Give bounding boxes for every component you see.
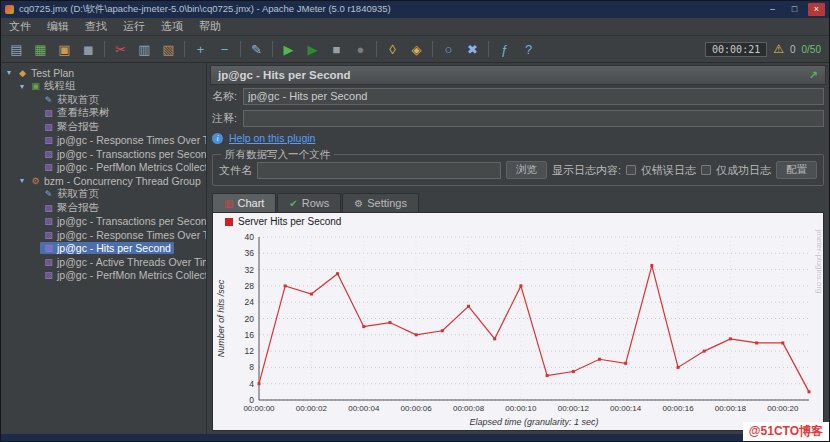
tree-item-label: 线程组 bbox=[44, 79, 76, 93]
svg-text:00:00:12: 00:00:12 bbox=[558, 404, 590, 413]
tree-item-content[interactable]: ▨jp@gc - PerfMon Metrics Collector bbox=[40, 269, 207, 281]
tree-item[interactable]: ▨jp@gc - Response Times Over Time bbox=[1, 134, 206, 148]
tree-item[interactable]: ▨jp@gc - PerfMon Metrics Collector bbox=[1, 161, 206, 175]
tree-item[interactable]: ✎获取首页 bbox=[1, 93, 206, 107]
collapse-handle-icon[interactable]: ▾ bbox=[17, 176, 27, 185]
http-request-icon: ✎ bbox=[43, 95, 54, 105]
menu-item[interactable]: 运行 bbox=[123, 19, 145, 34]
success-only-checkbox[interactable] bbox=[701, 165, 711, 175]
tree-item-label: jp@gc - Active Threads Over Time bbox=[57, 256, 207, 268]
function-helper-icon[interactable]: ƒ bbox=[493, 39, 516, 60]
tree-item-content[interactable]: ✎获取首页 bbox=[40, 187, 102, 201]
name-input[interactable] bbox=[243, 88, 824, 105]
tree-item[interactable]: ▨查看结果树 bbox=[1, 107, 206, 121]
cto-watermark: @51CTO博客 bbox=[743, 422, 829, 441]
open-icon[interactable]: ▣ bbox=[53, 39, 76, 60]
tree-item[interactable]: ▾▣线程组 bbox=[1, 80, 206, 94]
listener-icon: ▨ bbox=[43, 230, 54, 240]
tree-item-content[interactable]: ▣线程组 bbox=[27, 79, 79, 93]
errors-only-checkbox[interactable] bbox=[626, 165, 636, 175]
toolbar: ▤▦▣◼✂▥▧+−✎▶▶■●◊◈○✖ƒ? 00:00:21 ⚠ 0 0/50 bbox=[1, 36, 829, 63]
comment-input[interactable] bbox=[243, 110, 824, 127]
tree-item[interactable]: ▨聚合报告 bbox=[1, 201, 206, 215]
remove-icon[interactable]: − bbox=[213, 39, 236, 60]
collapse-handle-icon[interactable]: ▾ bbox=[4, 68, 14, 77]
menu-item[interactable]: 编辑 bbox=[47, 19, 69, 34]
tree-item-content[interactable]: ▨聚合报告 bbox=[40, 201, 102, 215]
close-button[interactable]: × bbox=[808, 3, 825, 16]
tree-item-content[interactable]: ▨jp@gc - Hits per Second bbox=[40, 242, 174, 254]
tree-item-label: jp@gc - Transactions per Second bbox=[57, 148, 207, 160]
add-icon[interactable]: + bbox=[189, 39, 212, 60]
menu-item[interactable]: 查找 bbox=[85, 19, 107, 34]
menu-item[interactable]: 选项 bbox=[161, 19, 183, 34]
main-panel: jp@gc - Hits per Second ↗ 名称: 注释: i Help… bbox=[207, 63, 829, 434]
clear-icon[interactable]: ◊ bbox=[381, 39, 404, 60]
tree-item-content[interactable]: ▨jp@gc - Response Times Over Time bbox=[40, 229, 207, 241]
tree-item-content[interactable]: ▨jp@gc - PerfMon Metrics Collector bbox=[40, 161, 207, 173]
tree-item-label: 获取首页 bbox=[57, 93, 99, 107]
tree-item[interactable]: ▾◆Test Plan bbox=[1, 66, 206, 80]
listener-icon: ▨ bbox=[43, 216, 54, 226]
search-icon[interactable]: ○ bbox=[437, 39, 460, 60]
tree-item-content[interactable]: ⚙bzm - Concurrency Thread Group bbox=[27, 175, 204, 187]
minimize-button[interactable]: – bbox=[764, 3, 781, 16]
maximize-panel-icon[interactable]: ↗ bbox=[809, 69, 818, 82]
tree-item[interactable]: ▨jp@gc - Hits per Second bbox=[1, 242, 206, 256]
stop-icon[interactable]: ■ bbox=[325, 39, 348, 60]
new-file-icon[interactable]: ▤ bbox=[5, 39, 28, 60]
log-warning-icon[interactable]: ⚠ bbox=[773, 42, 784, 56]
collapse-handle-icon[interactable]: ▾ bbox=[17, 82, 27, 91]
menu-item[interactable]: 文件 bbox=[9, 19, 31, 34]
tab-rows[interactable]: ✔Rows bbox=[277, 193, 341, 212]
tree-item-content[interactable]: ▨jp@gc - Response Times Over Time bbox=[40, 134, 207, 146]
configure-button[interactable]: 配置 bbox=[776, 161, 817, 179]
tree-item-content[interactable]: ▨聚合报告 bbox=[40, 120, 102, 134]
tree-item[interactable]: ▨聚合报告 bbox=[1, 120, 206, 134]
tab-label: Rows bbox=[302, 197, 330, 209]
maximize-button[interactable]: □ bbox=[786, 3, 803, 16]
tree-item-content[interactable]: ✎获取首页 bbox=[40, 93, 102, 107]
http-request-icon: ✎ bbox=[43, 189, 54, 199]
tree-item[interactable]: ✎获取首页 bbox=[1, 188, 206, 202]
tree-item-content[interactable]: ◆Test Plan bbox=[14, 67, 77, 79]
success-only-label: 仅成功日志 bbox=[716, 163, 771, 178]
tree-item[interactable]: ▨jp@gc - Transactions per Second bbox=[1, 215, 206, 229]
toolbar-separator bbox=[432, 41, 433, 57]
tree-item-content[interactable]: ▨jp@gc - Active Threads Over Time bbox=[40, 256, 207, 268]
filename-input[interactable] bbox=[257, 162, 501, 179]
start-icon[interactable]: ▶ bbox=[277, 39, 300, 60]
tree-item[interactable]: ▨jp@gc - Transactions per Second bbox=[1, 147, 206, 161]
tab-label: Chart bbox=[237, 197, 264, 209]
copy-icon[interactable]: ▥ bbox=[133, 39, 156, 60]
help-plugin-link[interactable]: Help on this plugin bbox=[229, 132, 315, 144]
tree-item-content[interactable]: ▨jp@gc - Transactions per Second bbox=[40, 148, 207, 160]
svg-text:36: 36 bbox=[245, 248, 255, 258]
start-no-pauses-icon[interactable]: ▶ bbox=[301, 39, 324, 60]
tree-item-label: jp@gc - Response Times Over Time bbox=[57, 229, 207, 241]
save-icon[interactable]: ◼ bbox=[77, 39, 100, 60]
cut-icon[interactable]: ✂ bbox=[109, 39, 132, 60]
paste-icon[interactable]: ▧ bbox=[157, 39, 180, 60]
shutdown-icon[interactable]: ● bbox=[349, 39, 372, 60]
listener-icon: ▨ bbox=[43, 108, 54, 118]
svg-text:8: 8 bbox=[249, 362, 254, 372]
clear-all-icon[interactable]: ◈ bbox=[405, 39, 428, 60]
tree-item-content[interactable]: ▨jp@gc - Transactions per Second bbox=[40, 215, 207, 227]
tree-item-content[interactable]: ▨查看结果树 bbox=[40, 106, 113, 120]
tree-item-label: 聚合报告 bbox=[57, 201, 99, 215]
tree-item[interactable]: ▾⚙bzm - Concurrency Thread Group bbox=[1, 174, 206, 188]
help-icon[interactable]: ? bbox=[517, 39, 540, 60]
tab-chart[interactable]: ▥Chart bbox=[212, 193, 276, 212]
test-duration-timer: 00:00:21 bbox=[705, 42, 767, 57]
jmeter-plugins-watermark: jmeter-plugins.org bbox=[814, 229, 823, 293]
templates-icon[interactable]: ▦ bbox=[29, 39, 52, 60]
tab-settings[interactable]: ⚙Settings bbox=[342, 193, 419, 212]
browse-button[interactable]: 浏览 bbox=[506, 161, 547, 179]
tree-item[interactable]: ▨jp@gc - Response Times Over Time bbox=[1, 228, 206, 242]
edit-icon[interactable]: ✎ bbox=[245, 39, 268, 60]
search-reset-icon[interactable]: ✖ bbox=[461, 39, 484, 60]
tree-item[interactable]: ▨jp@gc - Active Threads Over Time bbox=[1, 255, 206, 269]
menu-item[interactable]: 帮助 bbox=[199, 19, 221, 34]
tree-item[interactable]: ▨jp@gc - PerfMon Metrics Collector bbox=[1, 269, 206, 283]
